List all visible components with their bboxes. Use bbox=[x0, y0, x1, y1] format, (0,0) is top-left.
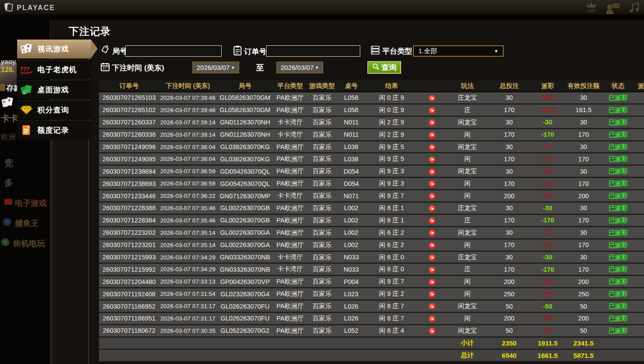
cell-time: 2026-03-07 07:31:17 bbox=[159, 315, 216, 322]
cell-game: 百家乐 bbox=[307, 179, 337, 188]
cell-method: 庄 bbox=[446, 265, 488, 273]
customer-service-icon[interactable] bbox=[605, 3, 621, 16]
date-to-value: 2026/03/07 bbox=[281, 64, 314, 71]
cell-time: 2026-03-07 07:38:04 bbox=[159, 156, 216, 162]
play-video-button[interactable] bbox=[429, 107, 435, 114]
cell-order: 260307071215992 bbox=[99, 266, 159, 273]
play-video-button[interactable] bbox=[429, 279, 435, 286]
cell-payout: -30 bbox=[530, 254, 565, 261]
table-row: 2603070712283842026-03-07 07:35:46GL0022… bbox=[99, 215, 644, 227]
cell-payout: 170 bbox=[530, 156, 565, 163]
round-filter-label: 局号 bbox=[100, 45, 127, 57]
cell-play bbox=[418, 143, 446, 151]
table-row: 2603070712651022026-03-07 07:39:46GL0582… bbox=[99, 105, 644, 117]
cell-status: 已派彩 bbox=[602, 241, 634, 249]
cell-result: 闲 8 庄 4 bbox=[365, 327, 418, 335]
play-icon bbox=[432, 232, 434, 234]
play-icon bbox=[432, 269, 434, 271]
cell-table: L002 bbox=[337, 204, 365, 211]
play-icon bbox=[432, 171, 434, 173]
cell-round: GL002263070GB bbox=[216, 217, 274, 224]
play-video-button[interactable] bbox=[429, 303, 435, 310]
cards-icon: K9 bbox=[1, 97, 14, 111]
play-video-button[interactable] bbox=[429, 230, 435, 237]
cell-status: 已派彩 bbox=[602, 179, 634, 188]
play-video-button[interactable] bbox=[429, 120, 435, 126]
cell-result: 闲 0 庄 9 bbox=[365, 106, 418, 114]
platform-select[interactable]: 1.全部 ▼ bbox=[413, 45, 504, 57]
cell-time: 2026-03-07 07:36:59 bbox=[159, 168, 216, 175]
play-video-button[interactable] bbox=[429, 132, 435, 138]
tag-icon bbox=[100, 45, 110, 57]
sidebar-item-桌面游戏[interactable]: $桌面游戏 bbox=[17, 80, 91, 99]
table-row: 2603070711869522026-03-07 07:31:17GL0262… bbox=[99, 301, 644, 313]
cell-time: 2026-03-07 07:31:17 bbox=[159, 303, 216, 309]
play-icon bbox=[432, 183, 434, 186]
play-video-button[interactable] bbox=[429, 157, 435, 163]
sidebar-item-额度记录[interactable]: 额度记录 bbox=[17, 120, 91, 139]
play-video-button[interactable] bbox=[429, 267, 435, 273]
sidebar-item-电子老虎机[interactable]: 777电子老虎机 bbox=[17, 60, 91, 79]
cell-platform: PA欧洲厅 bbox=[274, 314, 307, 323]
cell-order: 260307071249095 bbox=[99, 156, 159, 163]
table-row: 2603070712386942026-03-07 07:36:59GD0542… bbox=[99, 166, 644, 178]
date-from-select[interactable]: 2026/03/07 ▼ bbox=[192, 62, 239, 73]
cell-status: 已派彩 bbox=[602, 155, 634, 163]
play-video-button[interactable] bbox=[429, 291, 435, 298]
play-icon bbox=[432, 207, 434, 210]
play-video-button[interactable] bbox=[429, 193, 435, 200]
cell-payout: -170 bbox=[530, 217, 565, 224]
table-body: 2603070712651032026-03-07 07:39:46GL0582… bbox=[99, 92, 644, 362]
music-icon[interactable] bbox=[629, 2, 640, 16]
cell-order: 260307071204480 bbox=[99, 278, 159, 285]
cell-game: 百家乐 bbox=[307, 253, 337, 262]
date-to-select[interactable]: 2026/03/07 ▼ bbox=[276, 62, 323, 73]
cell-play bbox=[418, 155, 446, 163]
sidebar-menu: K♥9♠视讯游戏777电子老虎机$桌面游戏积分查询额度记录 bbox=[17, 40, 91, 141]
cell-valid: 170 bbox=[565, 217, 602, 224]
cell-bet: 30 bbox=[488, 94, 530, 101]
cell-time: 2026-03-07 07:34:29 bbox=[159, 266, 216, 273]
round-input[interactable] bbox=[125, 45, 222, 57]
play-video-button[interactable] bbox=[429, 255, 435, 261]
play-video-button[interactable] bbox=[429, 169, 435, 175]
cell-table: N033 bbox=[337, 266, 365, 273]
col-header-time: 下注时间 (美东) bbox=[159, 82, 216, 90]
cell-play bbox=[418, 167, 446, 175]
cell-time: 2026-03-07 07:36:22 bbox=[159, 193, 216, 199]
play-video-button[interactable] bbox=[429, 144, 435, 151]
cell-table: L038 bbox=[337, 156, 365, 163]
play-video-button[interactable] bbox=[429, 95, 435, 102]
cell-bet: 170 bbox=[488, 131, 530, 138]
cell-result: 闲 8 庄 0 bbox=[365, 265, 418, 273]
play-icon bbox=[432, 306, 434, 308]
cell-play bbox=[418, 290, 446, 298]
play-video-button[interactable] bbox=[429, 316, 435, 322]
play-video-button[interactable] bbox=[429, 181, 435, 187]
cell-status: 已派彩 bbox=[602, 143, 634, 151]
sidebar-item-积分查询[interactable]: 积分查询 bbox=[17, 100, 91, 119]
table-row: 2603070712490962026-03-07 07:38:04GL0382… bbox=[99, 142, 644, 154]
cell-round: GL026263070FU bbox=[216, 303, 274, 310]
cell-bet: 170 bbox=[488, 241, 530, 248]
cell-game: 百家乐 bbox=[307, 229, 337, 237]
total-cell-valid: 5871.5 bbox=[565, 352, 602, 359]
cell-game: 百家乐 bbox=[307, 204, 337, 212]
play-video-button[interactable] bbox=[429, 328, 435, 335]
cell-payout: 50 bbox=[530, 327, 565, 334]
cell-time: 2026-03-07 07:35:46 bbox=[159, 205, 216, 211]
cell-method: 闲龙宝 bbox=[446, 143, 488, 151]
play-video-button[interactable] bbox=[429, 205, 435, 212]
sidebar-item-视讯游戏[interactable]: K♥9♠视讯游戏 bbox=[17, 40, 91, 58]
play-icon bbox=[432, 158, 434, 161]
cell-table: P004 bbox=[337, 278, 365, 285]
subtotal-cell-payout: 1911.5 bbox=[530, 339, 565, 347]
search-button[interactable]: 查询 bbox=[367, 61, 401, 74]
cell-platform: PA欧洲厅 bbox=[274, 302, 307, 310]
play-video-button[interactable] bbox=[429, 242, 435, 249]
vip-icon[interactable]: VIP bbox=[583, 1, 599, 15]
cell-game: 百家乐 bbox=[307, 94, 337, 102]
order-input[interactable] bbox=[266, 45, 360, 57]
cell-order: 260307071223202 bbox=[99, 229, 159, 236]
play-video-button[interactable] bbox=[429, 218, 435, 224]
